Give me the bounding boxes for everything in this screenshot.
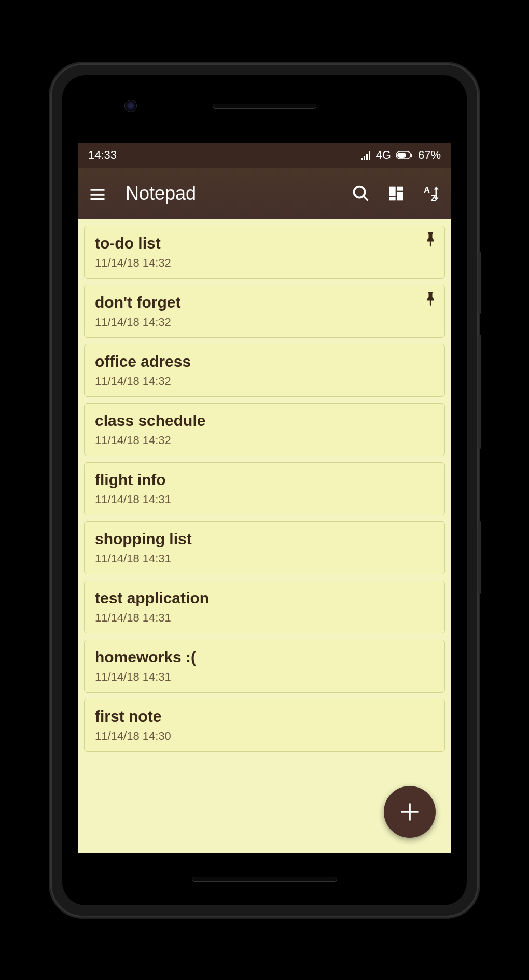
search-icon[interactable] [350,182,372,205]
note-date: 11/14/18 14:31 [95,493,434,506]
note-card[interactable]: don't forget11/14/18 14:32 [84,285,445,338]
status-time: 14:33 [88,148,117,162]
note-date: 11/14/18 14:31 [95,670,434,684]
add-note-button[interactable] [384,786,436,838]
note-title: office adress [95,353,434,370]
phone-speaker [213,104,316,109]
note-title: first note [95,708,434,725]
svg-rect-2 [411,154,412,157]
note-card[interactable]: shopping list11/14/18 14:31 [84,521,445,574]
signal-icon [360,150,371,160]
battery-icon [396,151,413,159]
note-date: 11/14/18 14:30 [95,729,434,743]
note-card[interactable]: homeworks :(11/14/18 14:31 [84,640,445,693]
layout-icon[interactable] [385,182,408,205]
menu-icon[interactable] [86,182,109,205]
side-button [478,521,481,594]
note-title: shopping list [95,530,434,548]
note-card[interactable]: class schedule11/14/18 14:32 [84,403,445,456]
note-date: 11/14/18 14:31 [95,611,434,625]
phone-inner: 14:33 4G 67% Notepad [62,75,467,905]
note-date: 11/14/18 14:32 [95,434,434,447]
note-card[interactable]: flight info11/14/18 14:31 [84,462,445,515]
note-card[interactable]: first note11/14/18 14:30 [84,699,445,752]
status-icons: 4G 67% [360,148,441,162]
app-bar: Notepad AZ [78,168,451,219]
note-date: 11/14/18 14:32 [95,375,434,388]
network-label: 4G [376,148,391,162]
sort-icon[interactable]: AZ [420,182,443,205]
side-button [478,335,481,449]
svg-line-4 [364,196,368,200]
svg-rect-8 [389,197,396,200]
screen: 14:33 4G 67% Notepad [78,143,451,853]
svg-rect-7 [397,192,403,200]
note-date: 11/14/18 14:32 [95,315,434,329]
phone-frame: 14:33 4G 67% Notepad [52,65,477,916]
note-title: to-do list [95,234,434,252]
svg-rect-1 [397,153,406,158]
note-title: flight info [95,471,434,489]
note-title: homeworks :( [95,648,434,666]
note-title: class schedule [95,412,434,430]
svg-rect-5 [389,186,396,195]
note-card[interactable]: to-do list11/14/18 14:32 [84,226,445,279]
phone-camera [124,100,137,112]
note-card[interactable]: test application11/14/18 14:31 [84,581,445,633]
svg-point-3 [354,186,365,197]
svg-text:A: A [424,185,430,194]
note-title: test application [95,589,434,607]
app-title: Notepad [126,183,337,204]
note-title: don't forget [95,294,434,311]
side-button [478,252,481,314]
notes-list[interactable]: to-do list11/14/18 14:32don't forget11/1… [78,219,451,853]
status-bar: 14:33 4G 67% [78,143,451,168]
pin-icon [425,292,436,308]
note-card[interactable]: office adress11/14/18 14:32 [84,344,445,397]
battery-label: 67% [418,148,441,162]
note-date: 11/14/18 14:31 [95,552,434,565]
phone-speaker-bottom [192,877,337,882]
pin-icon [425,232,436,249]
note-date: 11/14/18 14:32 [95,256,434,270]
svg-rect-6 [397,186,403,190]
